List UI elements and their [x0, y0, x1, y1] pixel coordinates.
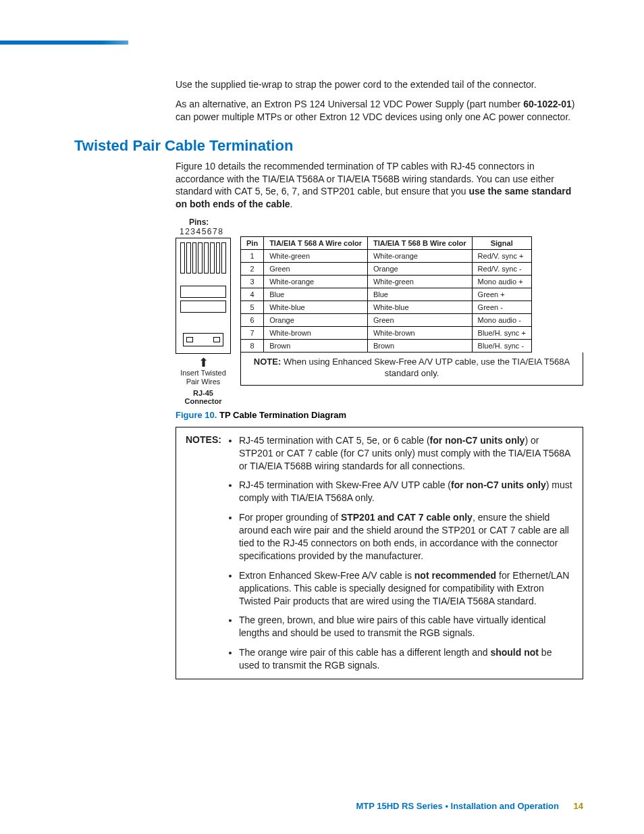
cell-568a: White-brown [264, 327, 368, 340]
figure-caption: Figure 10. TP Cable Termination Diagram [176, 410, 583, 420]
notes-item-bold: for non-C7 units only [430, 435, 525, 446]
notes-list: RJ-45 termination with CAT 5, 5e, or 6 c… [225, 434, 573, 672]
cell-568a: Green [264, 263, 368, 276]
table-row: 8BrownBrownBlue/H. sync - [241, 340, 532, 353]
table-note-text: When using Enhanced Skew-Free A/V UTP ca… [284, 357, 570, 378]
intro-p2-lead: As an alternative, an Extron PS 124 Univ… [176, 99, 523, 109]
notes-item: RJ-45 termination with Skew-Free A/V UTP… [239, 479, 573, 504]
cell-pin: 3 [241, 276, 264, 288]
col-header-signal: Signal [472, 237, 531, 250]
notes-label: NOTES: [186, 434, 221, 672]
rj45-connector-diagram: ⬆ Insert Twisted Pair Wires RJ-45 Connec… [176, 236, 231, 406]
notes-item: For proper grounding of STP201 and CAT 7… [239, 511, 573, 563]
cell-568b: Blue [367, 288, 472, 301]
notes-item-pre: RJ-45 termination with Skew-Free A/V UTP… [239, 479, 451, 490]
notes-item-pre: The orange wire pair of this cable has a… [239, 647, 491, 658]
notes-item: Extron Enhanced Skew-Free A/V cable is n… [239, 569, 573, 608]
table-row: 7White-brownWhite-brownBlue/H. sync + [241, 327, 532, 340]
table-note: NOTE: When using Enhanced Skew-Free A/V … [240, 353, 583, 386]
cell-568a: Blue [264, 288, 368, 301]
cell-568b: Green [367, 314, 472, 327]
cell-568b: Brown [367, 340, 472, 353]
notes-box: NOTES: RJ-45 termination with CAT 5, 5e,… [176, 427, 583, 679]
cell-568a: Brown [264, 340, 368, 353]
cell-568b: White-green [367, 276, 472, 288]
part-number: 60-1022-01 [523, 99, 572, 109]
table-note-label: NOTE: [254, 357, 281, 367]
cell-568a: Orange [264, 314, 368, 327]
cell-pin: 7 [241, 327, 264, 340]
notes-item-pre: Extron Enhanced Skew-Free A/V cable is [239, 570, 414, 581]
table-row: 1White-greenWhite-orangeRed/V. sync + [241, 250, 532, 263]
wire-color-table: Pin TIA/EIA T 568 A Wire color TIA/EIA T… [240, 236, 532, 353]
cell-568b: White-blue [367, 301, 472, 314]
cell-pin: 5 [241, 301, 264, 314]
connector-bar-1 [180, 286, 226, 298]
section-p1-tail: . [290, 199, 293, 209]
page-footer: MTP 15HD RS Series • Installation and Op… [0, 801, 644, 834]
cell-signal: Mono audio + [472, 276, 531, 288]
figure-caption-text: TP Cable Termination Diagram [219, 410, 346, 420]
cell-568b: White-orange [367, 250, 472, 263]
header-accent-band [0, 41, 128, 45]
cell-signal: Green + [472, 288, 531, 301]
connector-bar-2 [180, 301, 226, 313]
page-content: Use the supplied tie-wrap to strap the p… [0, 78, 644, 679]
cell-pin: 4 [241, 288, 264, 301]
cell-pin: 6 [241, 314, 264, 327]
cell-568a: White-green [264, 250, 368, 263]
cell-568a: White-orange [264, 276, 368, 288]
notes-item-bold: not recommended [414, 570, 496, 581]
cell-568a: White-blue [264, 301, 368, 314]
pin-slots [180, 242, 226, 276]
insert-wires-label: Insert Twisted Pair Wires [176, 369, 231, 386]
notes-item: The green, brown, and blue wire pairs of… [239, 614, 573, 640]
cell-pin: 2 [241, 263, 264, 276]
cell-signal: Red/V. sync - [472, 263, 531, 276]
col-header-568a: TIA/EIA T 568 A Wire color [264, 237, 368, 250]
figure-10: Pins: 12345678 ⬆ Insert Twisted Pair Wir… [176, 217, 583, 420]
cell-pin: 1 [241, 250, 264, 263]
table-row: 2GreenOrangeRed/V. sync - [241, 263, 532, 276]
col-header-568b: TIA/EIA T 568 B Wire color [367, 237, 472, 250]
wire-table-container: Pin TIA/EIA T 568 A Wire color TIA/EIA T… [240, 236, 583, 386]
table-row: 4BlueBlueGreen + [241, 288, 532, 301]
notes-item-pre: For proper grounding of [239, 512, 341, 523]
col-header-pin: Pin [241, 237, 264, 250]
connector-latch [183, 333, 223, 346]
pins-label: Pins: [189, 217, 583, 227]
table-row: 3White-orangeWhite-greenMono audio + [241, 276, 532, 288]
cell-signal: Blue/H. sync + [472, 327, 531, 340]
notes-item-bold: should not [490, 647, 539, 658]
intro-paragraph-1: Use the supplied tie-wrap to strap the p… [176, 78, 583, 91]
cell-signal: Blue/H. sync - [472, 340, 531, 353]
intro-paragraph-2: As an alternative, an Extron PS 124 Univ… [176, 98, 583, 124]
arrow-up-icon: ⬆ [176, 357, 231, 369]
cell-568b: White-brown [367, 327, 472, 340]
figure-caption-lead: Figure 10. [176, 410, 219, 420]
notes-item-pre: The green, brown, and blue wire pairs of… [239, 615, 545, 638]
connector-outline [176, 238, 231, 354]
cell-568b: Orange [367, 263, 472, 276]
cell-signal: Green - [472, 301, 531, 314]
table-row: 6OrangeGreenMono audio - [241, 314, 532, 327]
notes-item: RJ-45 termination with CAT 5, 5e, or 6 c… [239, 434, 573, 473]
notes-item-bold: for non-C7 units only [451, 479, 546, 490]
rj45-connector-label: RJ-45 Connector [176, 389, 231, 406]
section-heading: Twisted Pair Cable Termination [74, 137, 583, 155]
page-number: 14 [574, 801, 583, 811]
cell-signal: Mono audio - [472, 314, 531, 327]
pins-numbers: 12345678 [180, 227, 583, 236]
notes-item-bold: STP201 and CAT 7 cable only [341, 512, 473, 523]
table-row: 5White-blueWhite-blueGreen - [241, 301, 532, 314]
cell-pin: 8 [241, 340, 264, 353]
notes-item-pre: RJ-45 termination with CAT 5, 5e, or 6 c… [239, 435, 430, 446]
section-paragraph: Figure 10 details the recommended termin… [176, 160, 583, 211]
footer-text: MTP 15HD RS Series • Installation and Op… [356, 801, 559, 811]
cell-signal: Red/V. sync + [472, 250, 531, 263]
notes-item: The orange wire pair of this cable has a… [239, 646, 573, 672]
